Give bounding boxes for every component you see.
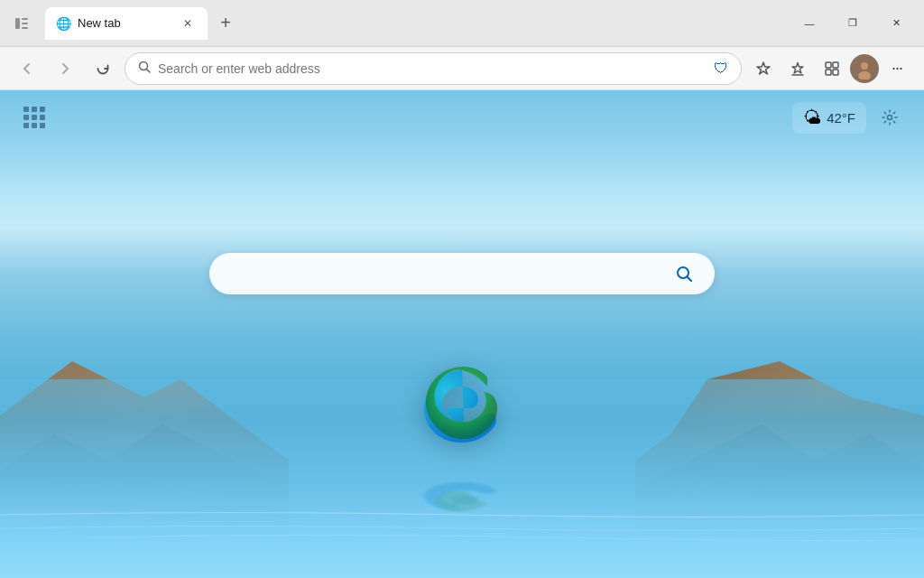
svg-rect-8 — [833, 62, 838, 68]
weather-temperature: 42°F — [827, 110, 855, 126]
refresh-button[interactable] — [87, 52, 119, 85]
sidebar-toggle-button[interactable] — [7, 9, 36, 38]
svg-rect-7 — [826, 62, 831, 68]
weather-icon: 🌤 — [803, 107, 821, 128]
close-button[interactable]: ✕ — [875, 9, 917, 38]
tracking-prevention-icon: 🛡 — [714, 61, 728, 77]
restore-button[interactable]: ❐ — [832, 9, 873, 38]
address-bar[interactable]: 🛡 — [125, 52, 742, 85]
svg-line-20 — [688, 277, 692, 282]
forward-button[interactable] — [49, 52, 81, 85]
address-input[interactable] — [158, 61, 703, 76]
page-toolbar: 🌤 42°F — [0, 101, 924, 134]
tab-close-button[interactable]: ✕ — [179, 14, 197, 33]
address-search-icon — [138, 61, 151, 76]
minimize-button[interactable]: — — [789, 9, 830, 38]
svg-line-5 — [147, 70, 151, 73]
title-bar: 🌐 New tab ✕ + — ❐ ✕ — [0, 0, 924, 47]
profile-button[interactable] — [850, 54, 879, 83]
content-area: 🌤 42°F — [0, 90, 924, 578]
tab-icon: 🌐 — [56, 16, 70, 31]
page-search-bar[interactable] — [209, 253, 715, 294]
edge-logo — [417, 361, 507, 452]
favorites-button[interactable] — [747, 52, 780, 85]
svg-rect-2 — [22, 23, 28, 24]
weather-widget: 🌤 42°F — [792, 101, 906, 134]
favorites-bar-button[interactable] — [781, 52, 814, 85]
page-search-container — [209, 253, 715, 294]
back-button[interactable] — [11, 52, 43, 85]
collections-button[interactable] — [816, 52, 848, 85]
svg-point-18 — [888, 116, 892, 120]
nav-tools: ··· — [747, 52, 913, 85]
weather-info[interactable]: 🌤 42°F — [792, 102, 866, 134]
navigation-bar: 🛡 — [0, 47, 924, 90]
apps-grid-icon — [23, 107, 45, 128]
apps-button[interactable] — [18, 101, 51, 134]
edge-logo-reflection — [417, 479, 507, 515]
svg-rect-9 — [826, 70, 831, 75]
page-settings-button[interactable] — [873, 101, 906, 134]
svg-rect-1 — [22, 18, 28, 20]
tab-bar: 🌐 New tab ✕ + — [45, 7, 785, 40]
more-button[interactable]: ··· — [881, 52, 913, 85]
page-search-input[interactable] — [224, 266, 668, 282]
page-search-button[interactable] — [668, 257, 700, 290]
window-controls-left — [7, 9, 36, 38]
svg-point-12 — [861, 62, 868, 70]
svg-rect-10 — [833, 70, 838, 75]
svg-rect-0 — [15, 18, 20, 29]
active-tab[interactable]: 🌐 New tab ✕ — [45, 7, 208, 40]
new-tab-button[interactable]: + — [211, 9, 240, 38]
window-controls-right: — ❐ ✕ — [789, 9, 917, 38]
tab-title: New tab — [78, 16, 171, 30]
svg-rect-3 — [22, 27, 28, 29]
